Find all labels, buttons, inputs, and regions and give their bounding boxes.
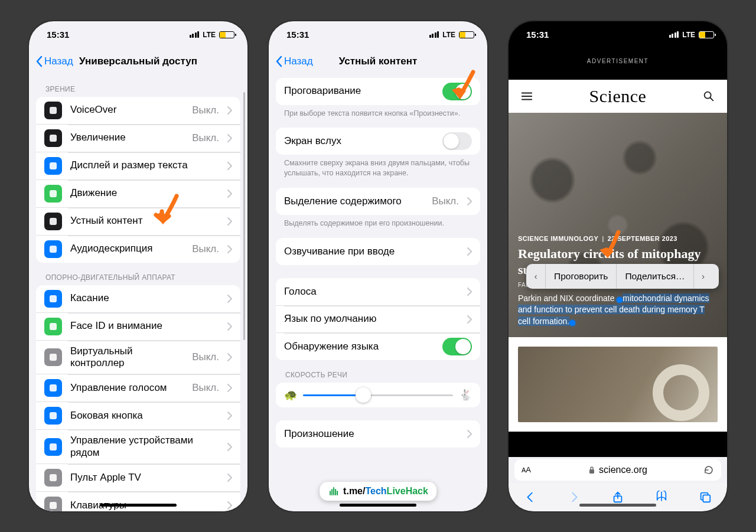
row-highlight-content[interactable]: Выделение содержимого Выкл. [276, 188, 480, 215]
svg-rect-8 [50, 354, 57, 361]
row-label: Произношение [284, 428, 459, 440]
chevron-right-icon [227, 106, 232, 115]
hamburger-icon[interactable] [520, 90, 533, 103]
tortoise-icon: 🐢 [284, 389, 297, 402]
settings-row[interactable]: Боковая кнопка [36, 402, 240, 429]
chevron-right-icon [467, 430, 472, 438]
chevron-right-icon [227, 190, 232, 198]
search-icon[interactable] [702, 90, 715, 103]
back-button[interactable]: Назад [275, 56, 313, 67]
row-speak-screen[interactable]: Экран вслух [276, 128, 480, 155]
settings-content[interactable]: Проговаривание При выборе текста появитс… [269, 74, 487, 511]
row-typing-feedback[interactable]: Озвучивание при вводе [276, 238, 480, 265]
row-default-language[interactable]: Язык по умолчанию [276, 305, 480, 332]
status-time: 15:31 [286, 30, 309, 40]
settings-row[interactable]: Касание [36, 285, 240, 312]
annotation-arrow [150, 191, 185, 233]
settings-row[interactable]: Face ID и внимание [36, 312, 240, 340]
reader-button[interactable]: AA [522, 465, 531, 474]
phone-screenshot-1: 15:31 LTE Назад Универсальный доступ ЗРЕ… [29, 21, 247, 511]
list-group: Экран вслух [276, 128, 480, 155]
row-value: Выкл. [432, 195, 459, 207]
forward-icon[interactable] [568, 491, 581, 504]
row-label: Виртуальный контроллер [70, 345, 184, 370]
chevron-right-icon [227, 322, 232, 331]
tabs-icon[interactable] [699, 491, 712, 504]
settings-row[interactable]: Управление голосомВыкл. [36, 374, 240, 402]
url-field[interactable]: AA science.org [514, 459, 721, 481]
context-speak-button[interactable]: Проговорить [546, 264, 616, 289]
row-pronunciations[interactable]: Произношение [276, 420, 480, 448]
hero-article[interactable]: SCIENCE IMMUNOLOGY|22 SEPTEMBER 2023 Reg… [509, 113, 727, 337]
row-label: Аудиодескрипция [70, 243, 184, 254]
safari-toolbar [509, 483, 727, 511]
phone-screenshot-2: 15:31 LTE Назад Устный контент Проговари… [269, 21, 487, 511]
row-icon [44, 157, 62, 175]
site-logo[interactable]: Science [589, 86, 647, 106]
row-label: Обнаружение языка [284, 341, 434, 353]
article-description: Parkin and NIX coordinate mitochondrial … [518, 293, 718, 328]
row-voices[interactable]: Голоса [276, 278, 480, 305]
chevron-right-icon [467, 288, 472, 296]
row-label: Face ID и внимание [70, 320, 219, 332]
context-share-button[interactable]: Поделиться… [617, 264, 693, 289]
settings-row[interactable]: Дисплей и размер текста [36, 152, 240, 179]
section-header-rate: СКОРОСТЬ РЕЧИ [269, 360, 487, 383]
list-group: Голоса Язык по умолчанию Обнаружение язы… [276, 278, 480, 360]
signal-icon [669, 31, 679, 38]
settings-content[interactable]: ЗРЕНИЕ VoiceOverВыкл.УвеличениеВыкл.Дисп… [29, 74, 247, 511]
row-detect-language[interactable]: Обнаружение языка [276, 332, 480, 360]
selection-handle-end[interactable] [569, 320, 575, 326]
row-label: Проговаривание [284, 85, 434, 97]
chevron-left-icon [275, 56, 283, 67]
chevron-right-icon [227, 412, 232, 420]
chevron-right-icon [227, 217, 232, 226]
reload-icon[interactable] [703, 465, 714, 475]
signal-icon [190, 31, 200, 38]
url-text: science.org [599, 465, 647, 475]
settings-row[interactable]: Пульт Apple TV [36, 464, 240, 491]
settings-row[interactable]: УвеличениеВыкл. [36, 124, 240, 152]
svg-rect-12 [50, 474, 57, 481]
back-label: Назад [284, 56, 313, 67]
selection-handle-start[interactable] [617, 297, 623, 303]
context-next-button[interactable]: › [694, 271, 713, 282]
battery-icon [219, 31, 234, 38]
section-header-vision: ЗРЕНИЕ [29, 74, 247, 97]
settings-row[interactable]: Движение [36, 179, 240, 207]
bookmarks-icon[interactable] [655, 491, 668, 504]
chevron-right-icon [227, 501, 232, 510]
battery-icon [699, 31, 714, 38]
row-label: Экран вслух [284, 135, 434, 147]
lock-icon [588, 466, 595, 474]
back-icon[interactable] [524, 491, 537, 504]
settings-row[interactable]: VoiceOverВыкл. [36, 97, 240, 124]
row-label: Озвучивание при вводе [284, 246, 459, 257]
chevron-right-icon [227, 295, 232, 303]
settings-row[interactable]: Управление устройствами рядом [36, 429, 240, 464]
row-value: Выкл. [192, 382, 219, 394]
context-prev-button[interactable]: ‹ [526, 271, 545, 282]
home-indicator [579, 504, 656, 507]
chevron-right-icon [227, 353, 232, 361]
back-button[interactable]: Назад [35, 56, 73, 67]
status-time: 15:31 [47, 30, 69, 40]
rate-slider[interactable] [303, 394, 453, 396]
chevron-right-icon [467, 247, 472, 256]
row-label: Устный контент [70, 215, 219, 227]
settings-row[interactable]: Клавиатуры [36, 491, 240, 511]
row-icon [44, 497, 62, 511]
list-group-motor: КасаниеFace ID и вниманиеВиртуальный кон… [36, 285, 240, 511]
status-bar: 15:31 LTE [29, 21, 247, 48]
annotation-arrow [449, 68, 480, 107]
next-article-preview[interactable] [509, 337, 727, 432]
settings-row[interactable]: Виртуальный контроллерВыкл. [36, 340, 240, 374]
settings-row[interactable]: АудиодескрипцияВыкл. [36, 235, 240, 263]
signal-icon [429, 31, 439, 38]
toggle-speak-screen[interactable] [442, 132, 472, 150]
chevron-right-icon [227, 474, 232, 482]
chevron-right-icon [467, 315, 472, 324]
toggle-detect-language[interactable] [442, 338, 472, 355]
settings-row[interactable]: Устный контент [36, 207, 240, 235]
share-icon[interactable] [611, 491, 624, 504]
